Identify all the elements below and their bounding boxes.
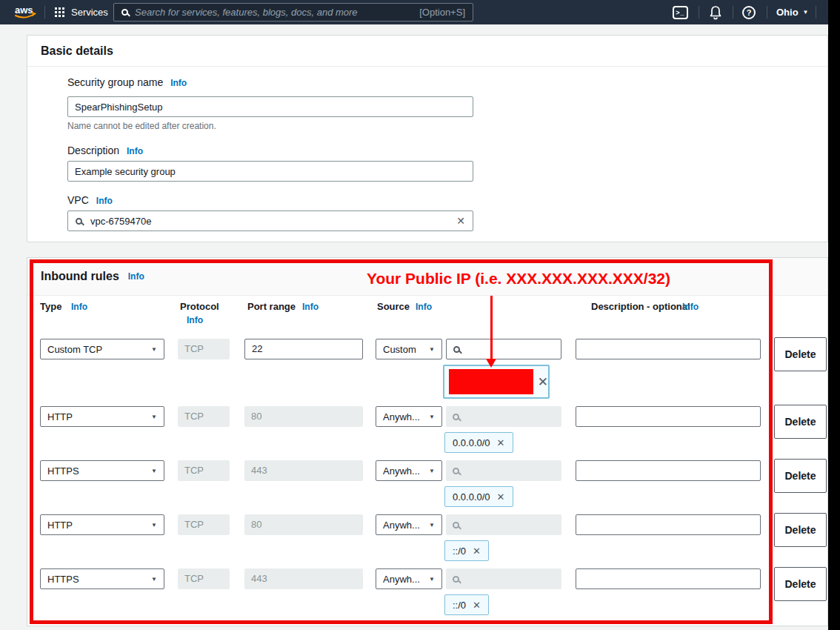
source-search-input (446, 406, 561, 427)
source-type-select[interactable]: Anywh...▼ (376, 568, 442, 589)
bell-icon (708, 5, 723, 20)
source-cidr-token[interactable]: ::/0✕ (444, 540, 489, 561)
remove-token-icon[interactable]: ✕ (473, 600, 481, 611)
cloudshell-button[interactable]: >_ (673, 0, 688, 24)
screen-edge (828, 0, 840, 630)
type-select-value: HTTP (47, 520, 73, 531)
source-cidr-token[interactable]: 0.0.0.0/0✕ (444, 432, 513, 453)
chevron-down-icon: ▼ (151, 346, 157, 353)
rule-description-input[interactable] (576, 568, 761, 589)
protocol-field: TCP (178, 339, 230, 359)
col-type-info-link[interactable]: Info (71, 302, 87, 312)
svg-text:aws: aws (15, 4, 33, 16)
nav-divider (816, 6, 816, 19)
delete-rule-button[interactable]: Delete (774, 567, 827, 601)
protocol-field: TCP (178, 514, 230, 535)
delete-rule-button[interactable]: Delete (774, 513, 827, 547)
nav-divider (767, 6, 767, 19)
protocol-field: TCP (178, 460, 230, 481)
col-description-info-link[interactable]: Info (682, 302, 699, 312)
remove-token-icon[interactable]: ✕ (497, 437, 505, 448)
source-type-value: Anywh... (383, 574, 420, 585)
rule-description-input[interactable] (576, 339, 761, 359)
services-menu[interactable]: Services (55, 0, 108, 24)
basic-details-title: Basic details (41, 44, 113, 58)
sg-name-info-link[interactable]: Info (170, 78, 187, 88)
vpc-value: vpc-6759470e (90, 216, 456, 227)
delete-rule-button[interactable]: Delete (774, 405, 827, 439)
chevron-down-icon: ▼ (803, 9, 809, 16)
aws-console-page: aws Services Search for services, featur… (0, 0, 840, 630)
notifications-button[interactable] (708, 0, 723, 24)
description-input[interactable] (67, 161, 473, 182)
type-select[interactable]: HTTP▼ (40, 514, 164, 535)
rule-description-input[interactable] (576, 460, 761, 481)
source-cidr-token[interactable]: ::/0✕ (444, 594, 489, 615)
search-placeholder: Search for services, features, blogs, do… (135, 7, 419, 18)
token-value: 0.0.0.0/0 (453, 437, 490, 448)
type-select-value: HTTP (47, 411, 73, 422)
help-icon: ? (742, 6, 756, 19)
type-select-value: HTTPS (47, 574, 79, 585)
vpc-info-link[interactable]: Info (96, 196, 113, 206)
type-select[interactable]: HTTP▼ (40, 406, 164, 427)
type-select[interactable]: HTTPS▼ (40, 460, 164, 481)
vpc-select-input[interactable]: vpc-6759470e ✕ (67, 210, 473, 231)
rule-description-input[interactable] (576, 514, 761, 535)
cloudshell-terminal-icon: >_ (673, 6, 688, 19)
sg-name-input[interactable] (67, 96, 473, 117)
source-search-input[interactable] (446, 339, 561, 359)
rule-description-input[interactable] (576, 406, 761, 427)
clear-vpc-icon[interactable]: ✕ (456, 215, 465, 227)
port-range-field: 443 (244, 460, 363, 481)
source-type-select[interactable]: Custom▼ (376, 339, 442, 359)
col-protocol-info-link[interactable]: Info (187, 315, 203, 325)
source-type-value: Anywh... (383, 520, 420, 531)
annotation-arrow-head (486, 359, 496, 368)
protocol-field: TCP (178, 406, 230, 427)
help-button[interactable]: ? (742, 0, 756, 24)
basic-details-header: Basic details (27, 36, 827, 67)
region-selector[interactable]: Ohio ▼ (776, 0, 809, 24)
remove-token-icon[interactable]: ✕ (538, 374, 548, 390)
col-header-protocol: Protocol (180, 301, 219, 312)
search-icon (76, 218, 82, 225)
source-search-input (446, 460, 561, 481)
sg-name-label: Security group nameInfo (67, 76, 187, 88)
source-cidr-token-redacted[interactable]: ✕ (443, 365, 550, 399)
source-type-select[interactable]: Anywh...▼ (376, 514, 442, 535)
source-type-select[interactable]: Anywh...▼ (376, 460, 442, 481)
port-range-field: 80 (244, 514, 363, 535)
col-source-info-link[interactable]: Info (416, 302, 432, 312)
remove-token-icon[interactable]: ✕ (473, 546, 481, 557)
search-shortcut-hint: [Option+S] (419, 7, 465, 18)
col-header-type: Type (40, 301, 61, 312)
source-type-select[interactable]: Anywh...▼ (376, 406, 442, 427)
chevron-down-icon: ▼ (151, 576, 157, 583)
annotation-text: Your Public IP (i.e. XXX.XXX.XXX.XXX/32) (333, 270, 704, 288)
chevron-down-icon: ▼ (429, 468, 435, 474)
token-value: ::/0 (453, 600, 466, 611)
inbound-rules-info-link[interactable]: Info (128, 271, 144, 282)
port-range-field: 443 (244, 568, 363, 589)
description-label: DescriptionInfo (67, 145, 143, 156)
aws-logo[interactable]: aws (12, 3, 39, 24)
col-port-info-link[interactable]: Info (302, 302, 319, 312)
nav-divider (44, 6, 45, 19)
description-info-link[interactable]: Info (127, 146, 143, 156)
chevron-down-icon: ▼ (151, 414, 157, 420)
source-cidr-token[interactable]: 0.0.0.0/0✕ (444, 486, 513, 507)
nav-search-input[interactable]: Search for services, features, blogs, do… (113, 3, 473, 21)
search-icon (453, 576, 459, 583)
type-select[interactable]: HTTPS▼ (40, 568, 164, 589)
type-select[interactable]: Custom TCP▼ (40, 339, 164, 359)
delete-rule-button[interactable]: Delete (774, 337, 827, 371)
col-header-source: Source (377, 301, 410, 312)
port-range-field[interactable]: 22 (244, 339, 363, 359)
protocol-field: TCP (178, 568, 230, 589)
type-select-value: HTTPS (47, 465, 79, 477)
sg-name-help-text: Name cannot be edited after creation. (67, 121, 216, 131)
remove-token-icon[interactable]: ✕ (497, 491, 505, 503)
delete-rule-button[interactable]: Delete (774, 459, 827, 493)
region-label: Ohio (776, 7, 799, 18)
